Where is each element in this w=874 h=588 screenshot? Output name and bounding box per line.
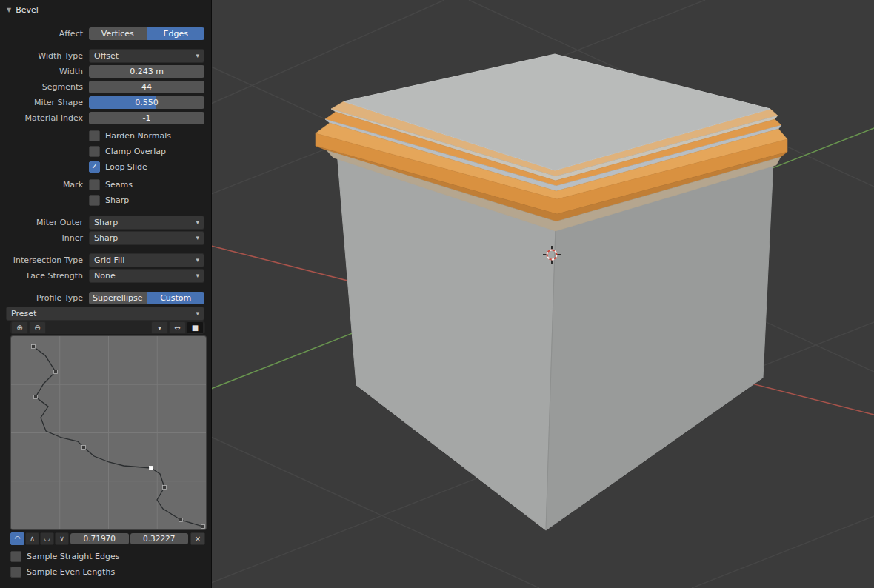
row-face-strength: Face Strength None ▾ [0,268,211,283]
miter-shape-label: Miter Shape [0,98,89,107]
point-x-value: 0.71970 [84,534,116,543]
curve-toolbar: ⊕ ⊖ ▾ ↔ ■ [10,321,205,334]
mark-label: Mark [0,180,89,190]
mark-sharp-checkbox[interactable] [89,195,100,206]
miter-shape-slider[interactable]: 0.550 [89,96,204,109]
affect-edges-button[interactable]: Edges [147,27,205,40]
chevron-down-icon: ▾ [196,256,199,264]
panel-header[interactable]: ▼ Bevel [0,0,211,19]
face-strength-value: None [94,271,116,281]
row-miter-inner: Inner Sharp ▾ [0,230,211,245]
row-harden-normals: Harden Normals [0,128,211,143]
row-sample-straight: Sample Straight Edges [10,549,211,564]
face-strength-dropdown[interactable]: None ▾ [89,269,204,283]
row-width-type: Width Type Offset ▾ [0,48,211,63]
intersection-type-dropdown[interactable]: Grid Fill ▾ [89,253,204,267]
segments-field[interactable]: 44 [89,81,204,93]
collapse-triangle-icon[interactable]: ▼ [7,7,11,13]
panel-title: Bevel [16,5,39,15]
point-y-field[interactable]: 0.32227 [130,533,189,544]
curve-point[interactable] [82,446,86,450]
width-label: Width [0,67,89,76]
curve-point[interactable] [163,486,167,490]
segments-value: 44 [141,82,152,92]
face-strength-label: Face Strength [0,271,89,281]
chevron-down-icon: ▾ [196,272,199,279]
chevron-down-icon: ▾ [196,234,199,241]
miter-outer-dropdown[interactable]: Sharp ▾ [89,216,204,230]
mark-seams-label: Seams [105,180,133,190]
harden-normals-checkbox[interactable] [89,130,100,141]
miter-outer-label: Miter Outer [0,218,89,227]
chevron-down-icon: ▾ [196,218,199,226]
affect-vertices-button[interactable]: Vertices [89,27,147,40]
extend-mode-button[interactable]: ■ [187,321,204,334]
width-field[interactable]: 0.243 m [89,65,204,78]
preset-value: Preset [11,309,36,318]
curve-canvas[interactable] [11,336,206,529]
loop-slide-checkbox[interactable] [89,161,100,173]
curve-point[interactable] [179,518,183,522]
sample-straight-checkbox[interactable] [10,551,21,562]
curve-point-selected[interactable] [150,467,153,470]
row-material-index: Material Index -1 [0,110,211,125]
mark-seams-checkbox[interactable] [89,179,100,190]
row-width: Width 0.243 m [0,64,211,78]
row-preset: Preset ▾ [6,306,211,321]
width-type-value: Offset [94,51,119,61]
curve-bottom-bar: ◠ ∧ ◡ ∨ 0.71970 0.32227 × [10,532,205,545]
clamp-overlap-checkbox[interactable] [89,146,100,157]
miter-inner-label: Inner [0,233,89,243]
row-clamp-overlap: Clamp Overlap [0,144,211,158]
width-type-label: Width Type [0,51,89,61]
intersection-type-value: Grid Fill [94,255,124,265]
bevel-operator-panel: ▼ Bevel Affect Vertices Edges Width Type… [0,0,212,588]
point-x-field[interactable]: 0.71970 [70,533,129,544]
row-miter-shape: Miter Shape 0.550 [0,95,211,110]
material-index-label: Material Index [0,113,89,123]
width-type-dropdown[interactable]: Offset ▾ [89,49,204,63]
curve-point[interactable] [34,395,38,399]
handle-vector-icon[interactable]: ∧ [25,532,39,545]
handle-free-icon[interactable]: ◡ [40,532,54,545]
curve-editor[interactable] [10,335,207,530]
chevron-down-icon: ▾ [196,310,199,317]
miter-shape-value: 0.550 [135,98,159,107]
curve-options-dropdown[interactable]: ▾ [151,321,168,334]
row-mark-seams: Mark Seams [0,177,211,192]
row-loop-slide: Loop Slide [0,159,211,174]
row-intersection-type: Intersection Type Grid Fill ▾ [0,253,211,267]
profile-type-label: Profile Type [0,293,89,303]
blender-window: ▼ Bevel Affect Vertices Edges Width Type… [0,0,874,588]
clamp-overlap-label: Clamp Overlap [105,147,166,156]
preset-dropdown[interactable]: Preset ▾ [6,307,204,321]
point-y-value: 0.32227 [143,534,175,543]
material-index-value: -1 [143,113,151,123]
affect-label: Affect [0,29,89,39]
affect-segmented: Vertices Edges [89,27,204,40]
handle-align-icon[interactable]: ∨ [55,532,69,545]
miter-outer-value: Sharp [94,218,118,227]
clipping-toggle-icon[interactable]: ↔ [169,321,186,334]
profile-type-segmented: Superellipse Custom [89,292,204,304]
segments-label: Segments [0,82,89,92]
width-value: 0.243 m [130,67,164,76]
sample-straight-label: Sample Straight Edges [27,552,120,561]
loop-slide-label: Loop Slide [105,162,147,172]
chevron-down-icon: ▾ [196,52,199,59]
miter-inner-dropdown[interactable]: Sharp ▾ [89,231,204,245]
miter-inner-value: Sharp [94,233,118,243]
sample-even-checkbox[interactable] [10,567,21,578]
curve-point[interactable] [201,525,205,529]
profile-custom-button[interactable]: Custom [147,292,205,304]
row-mark-sharp: Sharp [0,193,211,207]
delete-point-button[interactable]: × [190,532,205,545]
zoom-in-button[interactable]: ⊕ [11,321,28,334]
curve-point[interactable] [32,345,36,349]
profile-superellipse-button[interactable]: Superellipse [89,292,147,304]
material-index-field[interactable]: -1 [89,112,204,124]
curve-point[interactable] [54,370,58,374]
handle-auto-icon[interactable]: ◠ [10,532,24,545]
sample-even-label: Sample Even Lengths [27,567,115,577]
zoom-out-button[interactable]: ⊖ [29,321,46,334]
